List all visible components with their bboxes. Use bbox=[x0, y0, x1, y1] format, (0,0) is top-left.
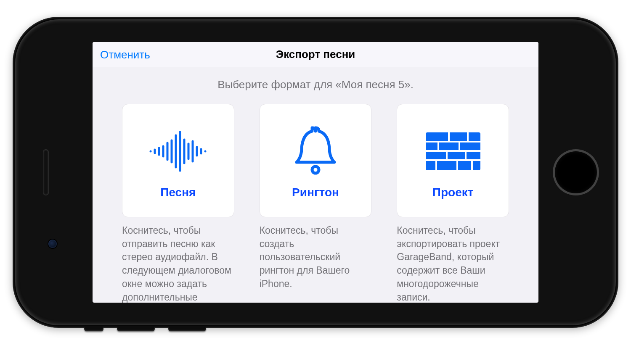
silence-switch bbox=[84, 326, 103, 331]
export-option-ringtone[interactable]: Рингтон bbox=[260, 104, 372, 217]
export-options-row: Песня Коснитесь, чтобы отправить песню к… bbox=[122, 104, 509, 303]
option-description: Коснитесь, чтобы экспортировать проект G… bbox=[397, 224, 509, 303]
volume-down-button bbox=[168, 326, 206, 331]
speaker-slot bbox=[43, 149, 49, 195]
cancel-button[interactable]: Отменить bbox=[100, 42, 150, 67]
option-description: Коснитесь, чтобы отправить песню как сте… bbox=[122, 224, 234, 303]
volume-up-button bbox=[117, 326, 155, 331]
option-column-song: Песня Коснитесь, чтобы отправить песню к… bbox=[122, 104, 234, 303]
option-label: Проект bbox=[432, 186, 474, 199]
option-column-project: Проект Коснитесь, чтобы экспортировать п… bbox=[397, 104, 509, 303]
svg-point-14 bbox=[312, 166, 319, 173]
waveform-icon bbox=[146, 126, 209, 177]
nav-title: Экспорт песни bbox=[276, 48, 355, 61]
stage: Отменить Экспорт песни Выберите формат д… bbox=[0, 0, 631, 364]
option-label: Рингтон bbox=[292, 186, 339, 199]
export-option-song[interactable]: Песня bbox=[122, 104, 234, 217]
subtitle-text: Выберите формат для «Моя песня 5». bbox=[122, 78, 509, 91]
option-label: Песня bbox=[160, 186, 196, 199]
option-column-ringtone: Рингтон Коснитесь, чтобы создать пользов… bbox=[260, 104, 372, 303]
screen: Отменить Экспорт песни Выберите формат д… bbox=[93, 42, 538, 303]
content-area: Выберите формат для «Моя песня 5». bbox=[93, 67, 538, 303]
front-camera bbox=[48, 240, 57, 248]
iphone-device-frame: Отменить Экспорт песни Выберите формат д… bbox=[13, 17, 618, 328]
navigation-bar: Отменить Экспорт песни bbox=[93, 42, 538, 67]
tracks-icon bbox=[426, 126, 480, 177]
home-button[interactable] bbox=[553, 149, 599, 195]
export-option-project[interactable]: Проект bbox=[397, 104, 509, 217]
bell-icon bbox=[292, 126, 339, 177]
option-description: Коснитесь, чтобы создать пользовательски… bbox=[260, 224, 372, 291]
